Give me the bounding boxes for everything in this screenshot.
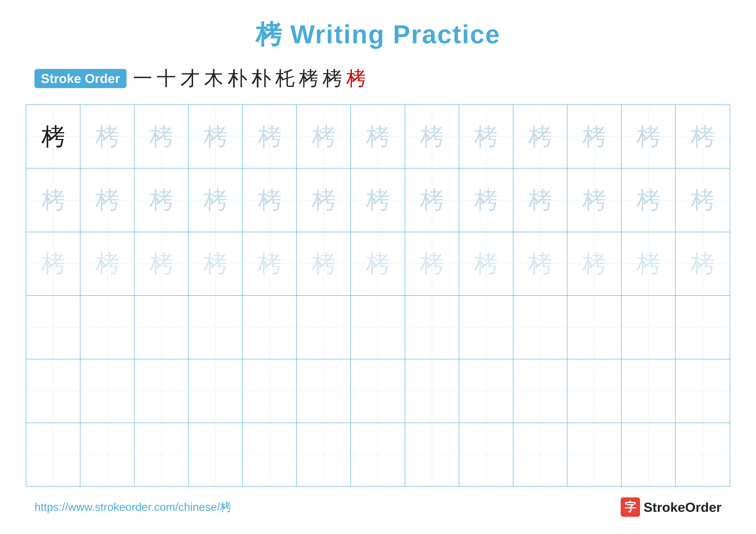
grid-cell[interactable]: 栲 [80,105,134,168]
grid-cell[interactable] [80,423,134,486]
grid-cell[interactable] [676,296,730,359]
stroke-step-5: 朴 [228,65,247,91]
grid-cell[interactable]: 栲 [405,168,459,232]
grid-cell[interactable]: 栲 [622,232,676,295]
grid-cell[interactable]: 栲 [351,105,405,168]
grid-cell[interactable] [297,296,351,359]
practice-char: 栲 [582,125,606,148]
logo-text: StrokeOrder [643,499,721,515]
practice-char: 栲 [366,125,390,148]
grid-cell[interactable] [297,423,351,486]
grid-cell[interactable] [676,423,730,486]
practice-char: 栲 [204,125,228,148]
grid-cell[interactable] [134,296,189,359]
grid-cell[interactable]: 栲 [676,105,730,168]
grid-cell[interactable]: 栲 [622,105,676,168]
footer-logo: 字 StrokeOrder [621,497,721,517]
grid-cell[interactable]: 栲 [513,168,567,232]
grid-cell[interactable]: 栲 [567,232,622,295]
grid-cell[interactable] [459,423,513,486]
practice-char: 栲 [582,252,606,275]
grid-cell[interactable]: 栲 [459,105,513,168]
grid-cell[interactable]: 栲 [567,105,622,168]
footer-url[interactable]: https://www.strokeorder.com/chinese/栲 [35,499,231,515]
grid-cell[interactable] [189,296,243,359]
grid-cell[interactable]: 栲 [405,232,459,295]
grid-cell[interactable] [513,296,567,359]
practice-char: 栲 [420,188,444,212]
grid-cell[interactable] [351,423,405,486]
grid-cell[interactable] [351,296,405,359]
grid-cell[interactable]: 栲 [134,168,189,232]
grid-cell[interactable]: 栲 [297,168,351,232]
grid-row-5 [26,359,730,423]
grid-cell[interactable] [26,359,80,422]
grid-cell[interactable]: 栲 [243,105,297,168]
grid-cell[interactable] [459,359,513,422]
grid-cell[interactable] [567,359,622,422]
practice-char: 栲 [582,188,606,212]
grid-cell[interactable]: 栲 [297,105,351,168]
practice-char: 栲 [258,252,282,275]
grid-cell[interactable]: 栲 [26,232,80,295]
practice-char: 栲 [528,252,552,275]
grid-cell[interactable]: 栲 [405,105,459,168]
grid-cell[interactable] [189,423,243,486]
grid-cell[interactable]: 栲 [459,232,513,295]
logo-icon: 字 [621,497,640,517]
practice-char: 栲 [474,252,498,275]
grid-cell[interactable] [189,359,243,422]
grid-cell[interactable] [622,296,676,359]
grid-cell[interactable] [26,423,80,486]
grid-cell[interactable]: 栲 [513,232,567,295]
grid-cell[interactable]: 栲 [567,168,622,232]
practice-char: 栲 [420,125,444,148]
grid-cell[interactable] [80,296,134,359]
stroke-step-2: 十 [157,65,176,91]
grid-cell[interactable]: 栲 [189,105,243,168]
grid-cell[interactable] [622,359,676,422]
grid-cell[interactable]: 栲 [297,232,351,295]
grid-cell[interactable]: 栲 [80,168,134,232]
grid-cell[interactable] [134,359,189,422]
practice-char: 栲 [41,188,65,212]
grid-cell[interactable] [405,296,459,359]
grid-cell[interactable]: 栲 [189,232,243,295]
grid-cell[interactable] [459,296,513,359]
grid-cell[interactable]: 栲 [243,232,297,295]
grid-cell[interactable]: 栲 [26,168,80,232]
grid-cell[interactable]: 栲 [676,168,730,232]
grid-cell[interactable] [243,423,297,486]
grid-cell[interactable]: 栲 [134,105,189,168]
grid-cell[interactable] [567,423,622,486]
practice-char: 栲 [366,188,390,212]
grid-cell[interactable]: 栲 [459,168,513,232]
grid-cell[interactable] [405,423,459,486]
grid-cell[interactable] [567,296,622,359]
grid-cell[interactable] [622,423,676,486]
grid-cell[interactable] [243,296,297,359]
grid-cell[interactable]: 栲 [513,105,567,168]
grid-cell[interactable] [513,423,567,486]
grid-cell[interactable]: 栲 [622,168,676,232]
grid-cell[interactable] [134,423,189,486]
grid-cell[interactable] [513,359,567,422]
grid-cell[interactable]: 栲 [243,168,297,232]
grid-cell[interactable] [80,359,134,422]
grid-cell[interactable]: 栲 [351,232,405,295]
practice-char: 栲 [204,252,228,275]
grid-cell[interactable]: 栲 [134,232,189,295]
grid-cell[interactable] [351,359,405,422]
grid-cell[interactable] [405,359,459,422]
grid-cell[interactable] [26,296,80,359]
grid-cell[interactable] [243,359,297,422]
grid-cell[interactable]: 栲 [676,232,730,295]
grid-cell[interactable] [676,359,730,422]
grid-cell[interactable]: 栲 [189,168,243,232]
practice-char: 栲 [149,188,173,212]
grid-cell[interactable]: 栲 [80,232,134,295]
grid-cell[interactable]: 栲 [26,105,80,168]
grid-cell[interactable]: 栲 [351,168,405,232]
grid-cell[interactable] [297,359,351,422]
grid-row-6 [26,423,730,486]
